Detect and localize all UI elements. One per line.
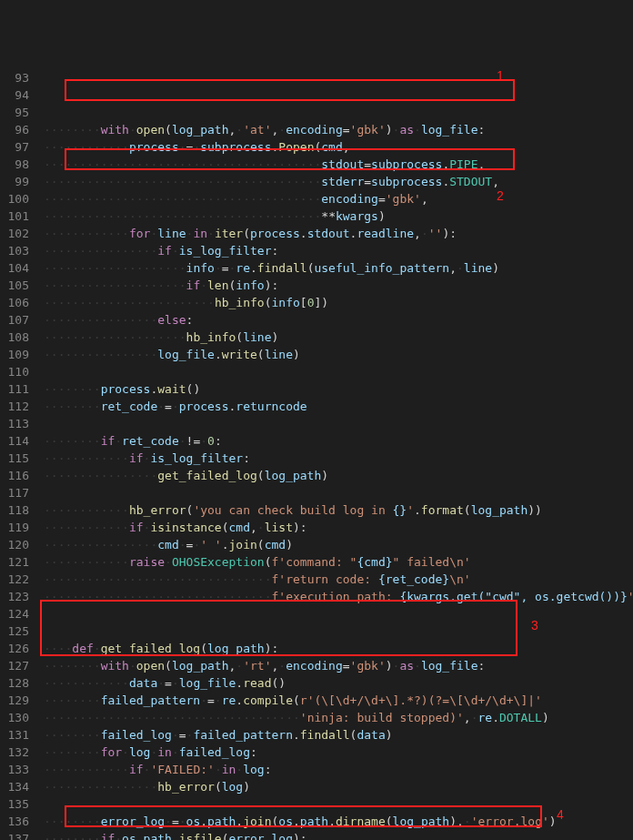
line-number: 96 bbox=[7, 121, 29, 138]
code-line[interactable]: ············if·isinstance(cmd,·list): bbox=[44, 519, 633, 536]
line-number: 110 bbox=[7, 363, 29, 380]
line-number: 122 bbox=[7, 571, 29, 588]
line-number: 117 bbox=[7, 484, 29, 501]
code-line[interactable]: ········for·log·in·failed_log: bbox=[44, 744, 633, 761]
line-number: 137 bbox=[7, 830, 29, 840]
line-number: 127 bbox=[7, 657, 29, 674]
line-number: 118 bbox=[7, 501, 29, 519]
code-area[interactable]: ········with·open(log_path,·'at',·encodi… bbox=[40, 69, 633, 840]
code-line[interactable]: ·······································s… bbox=[44, 173, 633, 190]
code-line[interactable]: ····def·get_failed_log(log_path): bbox=[44, 640, 633, 657]
code-line[interactable]: ····················hb_info(line) bbox=[44, 329, 633, 346]
code-line[interactable]: ········process.wait() bbox=[44, 380, 633, 398]
code-line[interactable]: ········failed_pattern·=·re.compile(r'(\… bbox=[44, 692, 633, 709]
line-number: 108 bbox=[7, 329, 29, 346]
line-number: 135 bbox=[7, 795, 29, 813]
code-line[interactable]: ········if·ret_code·!=·0: bbox=[44, 432, 633, 450]
line-number: 131 bbox=[7, 726, 29, 744]
line-number: 111 bbox=[7, 380, 29, 398]
line-number: 102 bbox=[7, 225, 29, 242]
code-editor[interactable]: 9394959697989910010110210310410510610710… bbox=[0, 69, 633, 840]
line-number: 132 bbox=[7, 744, 29, 761]
line-number: 105 bbox=[7, 277, 29, 294]
line-number: 116 bbox=[7, 467, 29, 484]
line-number: 113 bbox=[7, 415, 29, 432]
code-line[interactable] bbox=[44, 484, 633, 501]
code-line[interactable]: ································f'execut… bbox=[44, 588, 633, 605]
code-line[interactable]: ········ret_code·=·process.returncode bbox=[44, 398, 633, 415]
code-line[interactable] bbox=[44, 415, 633, 432]
code-line[interactable] bbox=[44, 363, 633, 380]
code-line[interactable]: ························hb_info(info[0]) bbox=[44, 294, 633, 311]
line-number: 103 bbox=[7, 242, 29, 259]
line-number: 107 bbox=[7, 311, 29, 329]
highlight-box-1 bbox=[65, 79, 515, 101]
annotation-1: 1 bbox=[497, 67, 504, 85]
code-line[interactable]: ············if·is_log_filter: bbox=[44, 450, 633, 467]
line-number: 126 bbox=[7, 640, 29, 657]
code-line[interactable]: ············raise·OHOSException(f'comman… bbox=[44, 553, 633, 571]
line-number: 134 bbox=[7, 778, 29, 795]
line-number: 109 bbox=[7, 346, 29, 363]
code-line[interactable]: ····················info·=·re.findall(us… bbox=[44, 259, 633, 277]
code-line[interactable] bbox=[44, 605, 633, 622]
line-number: 99 bbox=[7, 173, 29, 190]
code-line[interactable]: ········if·os.path.isfile(error_log): bbox=[44, 830, 633, 840]
line-number: 133 bbox=[7, 761, 29, 778]
code-line[interactable]: ·······································*… bbox=[44, 207, 633, 225]
line-number: 100 bbox=[7, 190, 29, 207]
line-number: 115 bbox=[7, 450, 29, 467]
code-line[interactable]: ················log_file.write(line) bbox=[44, 346, 633, 363]
code-line[interactable] bbox=[44, 622, 633, 640]
line-number: 101 bbox=[7, 207, 29, 225]
line-number: 125 bbox=[7, 622, 29, 640]
line-number: 130 bbox=[7, 709, 29, 726]
code-line[interactable]: ····················if·len(info): bbox=[44, 277, 633, 294]
line-number: 119 bbox=[7, 519, 29, 536]
code-line[interactable]: ········error_log·=·os.path.join(os.path… bbox=[44, 813, 633, 830]
line-number-gutter: 9394959697989910010110210310410510610710… bbox=[0, 69, 40, 840]
line-number: 114 bbox=[7, 432, 29, 450]
code-line[interactable]: ································f'return… bbox=[44, 571, 633, 588]
code-line[interactable]: ················if·is_log_filter: bbox=[44, 242, 633, 259]
line-number: 97 bbox=[7, 138, 29, 156]
line-number: 120 bbox=[7, 536, 29, 553]
line-number: 128 bbox=[7, 674, 29, 692]
code-line[interactable]: ············data·=·log_file.read() bbox=[44, 674, 633, 692]
line-number: 95 bbox=[7, 104, 29, 121]
line-number: 98 bbox=[7, 156, 29, 173]
code-line[interactable]: ················hb_error(log) bbox=[44, 778, 633, 795]
line-number: 104 bbox=[7, 259, 29, 277]
line-number: 121 bbox=[7, 553, 29, 571]
code-line[interactable]: ············process·=·subprocess.Popen(c… bbox=[44, 138, 633, 156]
code-line[interactable]: ········with·open(log_path,·'rt',·encodi… bbox=[44, 657, 633, 674]
code-line[interactable]: ············for·line·in·iter(process.std… bbox=[44, 225, 633, 242]
line-number: 129 bbox=[7, 692, 29, 709]
code-line[interactable]: ················get_failed_log(log_path) bbox=[44, 467, 633, 484]
line-number: 106 bbox=[7, 294, 29, 311]
code-line[interactable]: ·······································s… bbox=[44, 156, 633, 173]
line-number: 124 bbox=[7, 605, 29, 622]
line-number: 112 bbox=[7, 398, 29, 415]
code-line[interactable]: ········failed_log·=·failed_pattern.find… bbox=[44, 726, 633, 744]
line-number: 93 bbox=[7, 69, 29, 86]
code-line[interactable]: ············hb_error('you can check buil… bbox=[44, 501, 633, 519]
code-line[interactable]: ····································'nin… bbox=[44, 709, 633, 726]
line-number: 94 bbox=[7, 86, 29, 104]
code-line[interactable] bbox=[44, 104, 633, 121]
line-number: 136 bbox=[7, 813, 29, 830]
code-line[interactable] bbox=[44, 795, 633, 813]
code-line[interactable]: ················cmd·=·' '.join(cmd) bbox=[44, 536, 633, 553]
code-line[interactable]: ·······································e… bbox=[44, 190, 633, 207]
line-number: 123 bbox=[7, 588, 29, 605]
code-line[interactable]: ············if·'FAILED:'·in·log: bbox=[44, 761, 633, 778]
code-line[interactable]: ········with·open(log_path,·'at',·encodi… bbox=[44, 121, 633, 138]
code-line[interactable]: ················else: bbox=[44, 311, 633, 329]
